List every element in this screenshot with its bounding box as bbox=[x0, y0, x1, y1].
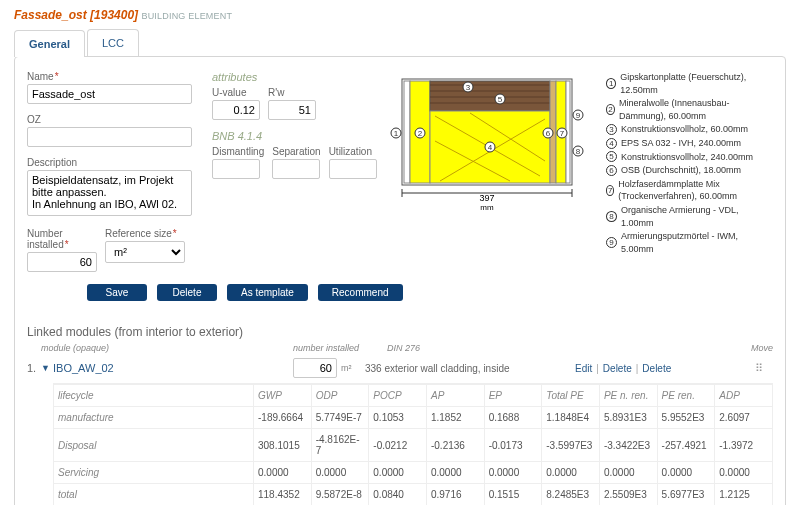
save-button[interactable]: Save bbox=[87, 284, 147, 301]
svg-text:6: 6 bbox=[546, 129, 551, 138]
oz-input[interactable] bbox=[27, 127, 192, 147]
module-row: 1.▼IBO_AW_02m²336 exterior wall cladding… bbox=[27, 353, 773, 383]
module-number-input[interactable] bbox=[293, 358, 337, 378]
separation-input[interactable] bbox=[272, 159, 320, 179]
col-move: Move bbox=[751, 343, 773, 353]
cross-section-area: 1 2 3 4 5 6 7 8 9 bbox=[380, 71, 773, 256]
element-name: Fassade_ost bbox=[14, 8, 87, 22]
description-input[interactable]: Beispieldatensatz, im Projekt bitte anpa… bbox=[27, 170, 192, 216]
legend-item: 8Organische Armierung - VDL, 1.00mm bbox=[606, 204, 773, 229]
linked-heading: Linked modules (from interior to exterio… bbox=[27, 325, 773, 339]
table-row: manufacture-189.66645.7749E-70.10531.185… bbox=[54, 407, 773, 429]
uvalue-label: U-value bbox=[212, 87, 260, 98]
module-delete-link[interactable]: Delete bbox=[603, 363, 632, 374]
name-input[interactable] bbox=[27, 84, 192, 104]
utilization-label: Utilization bbox=[329, 146, 377, 157]
svg-text:4: 4 bbox=[488, 143, 493, 152]
table-row: Disposal308.1015-4.8162E-7-0.0212-0.2136… bbox=[54, 429, 773, 462]
svg-text:9: 9 bbox=[576, 111, 581, 120]
col-number: number installed bbox=[293, 343, 387, 353]
page-title: Fassade_ost [193400] BUILDING ELEMENT bbox=[14, 4, 786, 30]
rw-input[interactable] bbox=[268, 100, 316, 120]
linked-modules-section: Linked modules (from interior to exterio… bbox=[27, 301, 773, 505]
tab-general[interactable]: General bbox=[14, 30, 85, 57]
general-panel: Name OZ Description Beispieldatensatz, i… bbox=[14, 56, 786, 505]
tab-bar: General LCC bbox=[14, 29, 786, 56]
utilization-input[interactable] bbox=[329, 159, 377, 179]
element-id: [193400] bbox=[90, 8, 138, 22]
tab-lcc[interactable]: LCC bbox=[87, 29, 139, 56]
separation-label: Separation bbox=[272, 146, 320, 157]
number-installed-label: Number installed bbox=[27, 228, 97, 250]
uvalue-input[interactable] bbox=[212, 100, 260, 120]
reference-size-select[interactable]: m² bbox=[105, 241, 185, 263]
module-edit-link[interactable]: Edit bbox=[575, 363, 592, 374]
legend-item: 6OSB (Durchschnitt), 18.00mm bbox=[606, 164, 773, 177]
rw-label: R'w bbox=[268, 87, 316, 98]
number-installed-input[interactable] bbox=[27, 252, 97, 272]
oz-label: OZ bbox=[27, 114, 192, 125]
dismantling-label: Dismantling bbox=[212, 146, 264, 157]
svg-text:3: 3 bbox=[466, 83, 471, 92]
svg-text:1: 1 bbox=[394, 129, 399, 138]
cross-section-figure: 1 2 3 4 5 6 7 8 9 bbox=[380, 71, 600, 211]
action-bar: Save Delete As template Recommend bbox=[27, 272, 773, 301]
svg-rect-1 bbox=[404, 81, 410, 183]
table-row: Servicing0.00000.00000.00000.00000.00000… bbox=[54, 462, 773, 484]
col-din: DIN 276 bbox=[387, 343, 420, 353]
attributes-heading: attributes bbox=[212, 71, 360, 83]
svg-text:5: 5 bbox=[498, 95, 503, 104]
svg-text:7: 7 bbox=[560, 129, 565, 138]
dismantling-input[interactable] bbox=[212, 159, 260, 179]
svg-text:397: 397 bbox=[479, 193, 494, 203]
legend-item: 3Konstruktionsvollholz, 60.00mm bbox=[606, 123, 773, 136]
legend-item: 9Armierungsputzmörtel - IWM, 5.00mm bbox=[606, 230, 773, 255]
description-label: Description bbox=[27, 157, 192, 168]
table-row: total118.43529.5872E-80.08400.97160.1515… bbox=[54, 484, 773, 506]
reference-size-label: Reference size bbox=[105, 228, 185, 239]
legend-item: 7Holzfaserdämmplatte Mix (Trockenverfahr… bbox=[606, 178, 773, 203]
module-name-link[interactable]: IBO_AW_02 bbox=[53, 362, 293, 374]
lifecycle-table: lifecycleGWPODPPOCPAPEPTotal PEPE n. ren… bbox=[53, 383, 773, 505]
legend-item: 5Konstruktionsvollholz, 240.00mm bbox=[606, 151, 773, 164]
expand-toggle-icon[interactable]: ▼ bbox=[41, 363, 53, 373]
svg-text:mm: mm bbox=[480, 203, 494, 211]
bnb-heading: BNB 4.1.4 bbox=[212, 130, 360, 142]
module-din: 336 exterior wall cladding, inside bbox=[365, 363, 575, 374]
as-template-button[interactable]: As template bbox=[227, 284, 308, 301]
col-module: module (opaque) bbox=[27, 343, 293, 353]
legend-item: 4EPS SA 032 - IVH, 240.00mm bbox=[606, 137, 773, 150]
drag-handle-icon[interactable]: ⠿ bbox=[755, 362, 773, 375]
name-label: Name bbox=[27, 71, 192, 82]
svg-text:8: 8 bbox=[576, 147, 581, 156]
element-type: BUILDING ELEMENT bbox=[141, 11, 232, 21]
module-unit: m² bbox=[341, 363, 365, 373]
module-delete-link[interactable]: Delete bbox=[642, 363, 671, 374]
module-index: 1. bbox=[27, 362, 41, 374]
legend-item: 1Gipskartonplatte (Feuerschutz), 12.50mm bbox=[606, 71, 773, 96]
legend-item: 2Mineralwolle (Innenausbau-Dämmung), 60.… bbox=[606, 97, 773, 122]
svg-text:2: 2 bbox=[418, 129, 423, 138]
recommend-button[interactable]: Recommend bbox=[318, 284, 403, 301]
cross-section-legend: 1Gipskartonplatte (Feuerschutz), 12.50mm… bbox=[606, 71, 773, 256]
delete-button[interactable]: Delete bbox=[157, 284, 217, 301]
